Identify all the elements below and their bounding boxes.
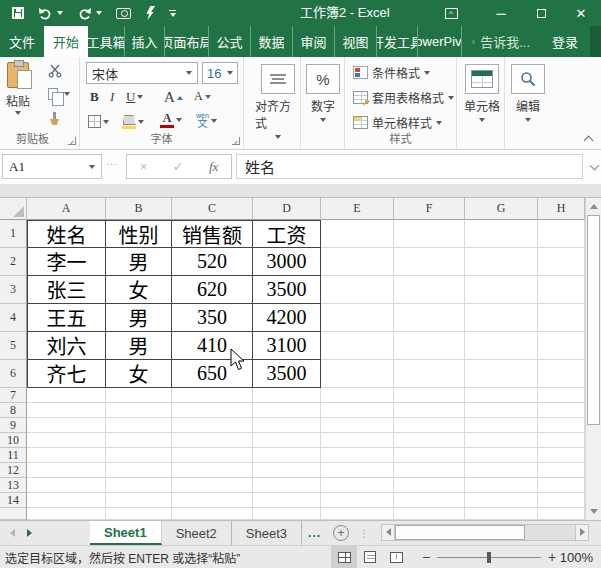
- undo-button[interactable]: [38, 7, 63, 20]
- cut-button[interactable]: [48, 64, 62, 78]
- column-header-h[interactable]: H: [538, 198, 585, 220]
- cell-Cx[interactable]: [172, 508, 253, 520]
- cell-C12[interactable]: [172, 463, 253, 478]
- share-button[interactable]: 共享: [590, 26, 601, 57]
- underline-button[interactable]: U: [126, 89, 143, 105]
- cell-G4[interactable]: [465, 304, 538, 332]
- vertical-scrollbar-thumb[interactable]: [587, 215, 600, 425]
- cell-E2[interactable]: [321, 248, 394, 276]
- fill-dropdown-caret[interactable]: [138, 120, 144, 124]
- cells-dropdown-caret[interactable]: [479, 118, 485, 122]
- cell-B1[interactable]: 性别: [106, 220, 172, 248]
- horizontal-scrollbar[interactable]: [381, 523, 591, 541]
- cell-D3[interactable]: 3500: [253, 276, 321, 304]
- column-header-d[interactable]: D: [253, 198, 321, 220]
- column-header-a[interactable]: A: [27, 198, 106, 220]
- cell-C8[interactable]: [172, 403, 253, 418]
- paste-dropdown-caret[interactable]: [15, 111, 21, 115]
- cell-C3[interactable]: 620: [172, 276, 253, 304]
- tab-toolbox[interactable]: 工具箱: [88, 26, 125, 57]
- sheet-tab-sheet3[interactable]: Sheet3: [232, 521, 302, 545]
- new-sheet-button[interactable]: +: [333, 521, 349, 545]
- cell-B7[interactable]: [106, 388, 172, 403]
- column-header-e[interactable]: E: [321, 198, 394, 220]
- scroll-down-button[interactable]: [587, 504, 601, 519]
- cell-E6[interactable]: [321, 360, 394, 388]
- cell-H3[interactable]: [538, 276, 585, 304]
- format-as-table-caret[interactable]: [448, 96, 454, 100]
- cell-D12[interactable]: [253, 463, 321, 478]
- cell-A1[interactable]: 姓名: [27, 220, 106, 248]
- cell-D8[interactable]: [253, 403, 321, 418]
- phonetic-dropdown-caret[interactable]: [211, 119, 217, 123]
- ribbon-display-options-button[interactable]: ^: [421, 0, 481, 26]
- cell-D6[interactable]: 3500: [253, 360, 321, 388]
- name-box[interactable]: A1: [2, 154, 102, 179]
- cell-styles-caret[interactable]: [436, 121, 442, 125]
- number-dropdown-caret[interactable]: [320, 118, 326, 122]
- cell-G1[interactable]: [465, 220, 538, 248]
- row-header-1[interactable]: 1: [0, 220, 27, 248]
- row-header-7[interactable]: 7: [0, 388, 27, 403]
- row-header-blank[interactable]: [0, 508, 27, 520]
- row-header-6[interactable]: 6: [0, 360, 27, 388]
- tab-data[interactable]: 数据: [251, 26, 293, 57]
- cell-F14[interactable]: [394, 493, 465, 508]
- cell-H9[interactable]: [538, 418, 585, 433]
- row-header-8[interactable]: 8: [0, 403, 27, 418]
- cell-A13[interactable]: [27, 478, 106, 493]
- cell-B2[interactable]: 男: [106, 248, 172, 276]
- collapse-ribbon-button[interactable]: [584, 134, 593, 143]
- cell-E1[interactable]: [321, 220, 394, 248]
- cell-H2[interactable]: [538, 248, 585, 276]
- cell-H7[interactable]: [538, 388, 585, 403]
- font-color-button[interactable]: A: [160, 112, 182, 128]
- cell-B11[interactable]: [106, 448, 172, 463]
- underline-dropdown-caret[interactable]: [137, 95, 143, 99]
- bold-button[interactable]: B: [90, 89, 99, 105]
- cell-F5[interactable]: [394, 332, 465, 360]
- cell-H10[interactable]: [538, 433, 585, 448]
- cell-H8[interactable]: [538, 403, 585, 418]
- tab-review[interactable]: 审阅: [293, 26, 335, 57]
- cell-F2[interactable]: [394, 248, 465, 276]
- cell-H14[interactable]: [538, 493, 585, 508]
- cell-D5[interactable]: 3100: [253, 332, 321, 360]
- cell-B12[interactable]: [106, 463, 172, 478]
- formula-input[interactable]: 姓名: [236, 154, 583, 179]
- cell-B4[interactable]: 男: [106, 304, 172, 332]
- previous-sheet-button[interactable]: [10, 529, 15, 537]
- paste-button[interactable]: 粘贴: [6, 62, 30, 115]
- cell-A5[interactable]: 刘六: [27, 332, 106, 360]
- cell-G8[interactable]: [465, 403, 538, 418]
- cell-B3[interactable]: 女: [106, 276, 172, 304]
- row-header-4[interactable]: 4: [0, 304, 27, 332]
- row-header-5[interactable]: 5: [0, 332, 27, 360]
- cell-E5[interactable]: [321, 332, 394, 360]
- cell-E8[interactable]: [321, 403, 394, 418]
- cell-D7[interactable]: [253, 388, 321, 403]
- maximize-button[interactable]: [521, 0, 561, 26]
- alignment-dropdown-caret[interactable]: [275, 135, 281, 139]
- row-header-14[interactable]: 14: [0, 493, 27, 508]
- phonetic-button[interactable]: wén文: [196, 112, 217, 129]
- column-header-b[interactable]: B: [106, 198, 172, 220]
- tab-formulas[interactable]: 公式: [209, 26, 251, 57]
- redo-dropdown-caret[interactable]: [96, 11, 102, 15]
- cell-C5[interactable]: 410: [172, 332, 253, 360]
- more-sheets-button[interactable]: ...: [302, 521, 327, 545]
- fill-color-button[interactable]: [122, 115, 144, 129]
- cell-F13[interactable]: [394, 478, 465, 493]
- cell-F1[interactable]: [394, 220, 465, 248]
- normal-view-button[interactable]: [331, 546, 357, 568]
- scroll-up-button[interactable]: [587, 199, 601, 214]
- cell-E4[interactable]: [321, 304, 394, 332]
- cell-Dx[interactable]: [253, 508, 321, 520]
- cell-Fx[interactable]: [394, 508, 465, 520]
- sheet-tab-sheet2[interactable]: Sheet2: [162, 521, 232, 545]
- flash-fill-button[interactable]: [145, 6, 155, 20]
- cell-F6[interactable]: [394, 360, 465, 388]
- cell-C2[interactable]: 520: [172, 248, 253, 276]
- scroll-right-button[interactable]: [575, 524, 589, 541]
- tab-home[interactable]: 开始: [44, 26, 88, 57]
